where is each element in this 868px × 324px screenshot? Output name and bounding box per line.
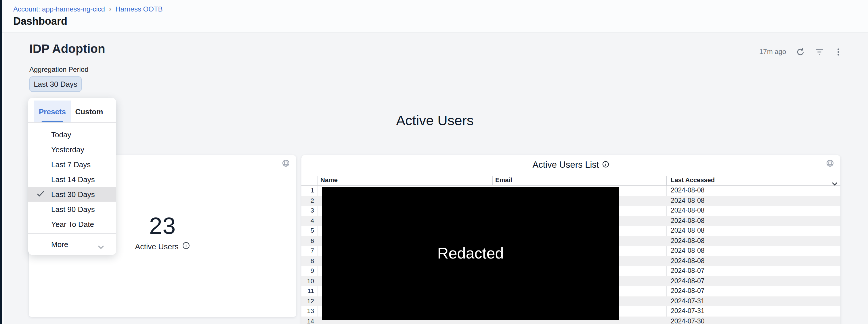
filter-icon[interactable]: [815, 47, 824, 56]
column-header-email: Email: [495, 176, 512, 183]
tab-custom[interactable]: Custom: [71, 101, 107, 122]
preset-more-button[interactable]: More: [28, 233, 116, 255]
breadcrumb-separator: ›: [109, 6, 112, 13]
breadcrumb: Account: app-harness-ng-cicd › Harness O…: [13, 5, 163, 13]
top-header: Account: app-harness-ng-cicd › Harness O…: [2, 0, 868, 33]
column-separator: [317, 176, 318, 185]
column-header-last-accessed: Last Accessed: [671, 176, 715, 183]
table-header: Name Email Last Accessed: [302, 176, 840, 186]
info-icon[interactable]: [602, 160, 609, 170]
preset-item-last-30-days[interactable]: Last 30 Days: [28, 187, 116, 202]
globe-icon: [282, 159, 290, 170]
redacted-overlay: Redacted: [322, 187, 619, 320]
preset-item-last-14-days[interactable]: Last 14 Days: [28, 172, 116, 187]
info-icon[interactable]: [183, 242, 190, 251]
page-title: Dashboard: [13, 15, 67, 28]
period-popup: Presets Custom Today Yesterday Last 7 Da…: [28, 98, 116, 255]
last-updated-label: 17m ago: [759, 48, 786, 56]
preset-item-yesterday[interactable]: Yesterday: [28, 142, 116, 157]
breadcrumb-current-link[interactable]: Harness OOTB: [116, 5, 163, 13]
column-separator: [666, 176, 667, 185]
preset-item-year-to-date[interactable]: Year To Date: [28, 217, 116, 231]
preset-list: Today Yesterday Last 7 Days Last 14 Days…: [28, 127, 116, 231]
aggregation-period-label: Aggregation Period: [29, 66, 89, 74]
active-tab-indicator: [41, 120, 63, 122]
preset-item-today[interactable]: Today: [28, 127, 116, 142]
column-separator: [492, 176, 493, 185]
active-users-list-title: Active Users List: [302, 160, 840, 170]
preset-item-last-90-days[interactable]: Last 90 Days: [28, 202, 116, 217]
aggregation-period-button[interactable]: Last 30 Days: [29, 76, 82, 92]
dashboard-title: IDP Adoption: [29, 42, 105, 56]
breadcrumb-account-link[interactable]: Account: app-harness-ng-cicd: [13, 5, 105, 13]
tab-presets[interactable]: Presets: [34, 101, 71, 122]
dashboard-page: Account: app-harness-ng-cicd › Harness O…: [0, 0, 868, 324]
content-left-edge: [2, 32, 4, 324]
column-header-name: Name: [320, 176, 338, 183]
preset-item-last-7-days[interactable]: Last 7 Days: [28, 157, 116, 172]
panel-controls: 17m ago: [759, 47, 843, 56]
chevron-down-icon: [98, 243, 104, 251]
nav-rail: [0, 0, 2, 324]
section-title-active-users: Active Users: [29, 113, 840, 129]
kebab-menu-icon[interactable]: [834, 47, 843, 56]
checkmark-icon: [37, 190, 44, 199]
period-popup-tabs: Presets Custom: [28, 98, 116, 123]
refresh-icon[interactable]: [796, 47, 805, 56]
active-users-list-card: Active Users List Name Email Last Access…: [302, 155, 840, 324]
